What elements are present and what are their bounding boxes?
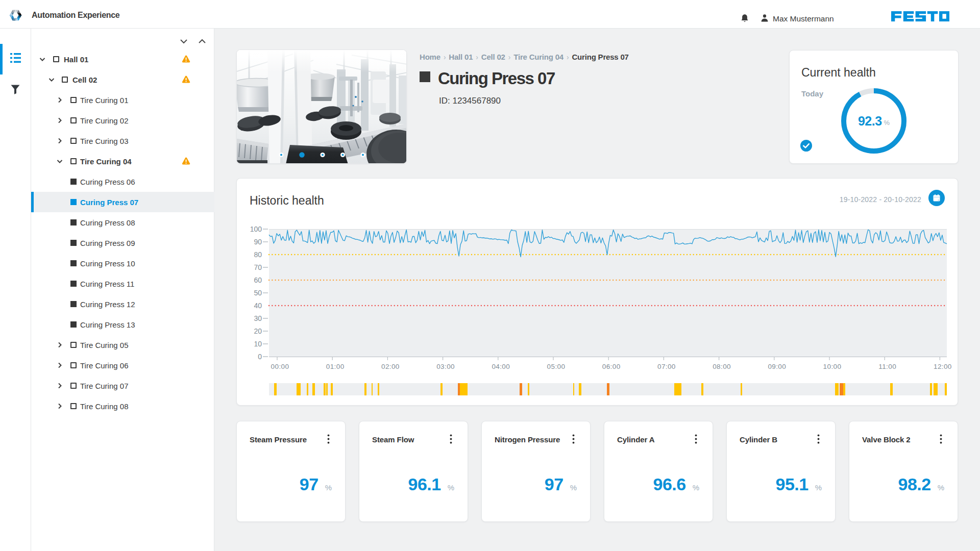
svg-text:00:00: 00:00 (271, 363, 289, 370)
svg-text:10:00: 10:00 (823, 363, 842, 370)
svg-text:09:00: 09:00 (768, 363, 786, 370)
svg-text:08:00: 08:00 (713, 363, 731, 370)
svg-text:06:00: 06:00 (602, 363, 621, 370)
svg-text:11:00: 11:00 (878, 363, 896, 370)
svg-text:0: 0 (258, 353, 262, 361)
svg-text:04:00: 04:00 (492, 363, 510, 370)
svg-text:30: 30 (254, 314, 262, 322)
svg-text:40: 40 (254, 302, 262, 310)
svg-text:20: 20 (254, 327, 262, 335)
svg-text:100: 100 (250, 225, 262, 233)
svg-text:10: 10 (254, 340, 262, 348)
svg-text:12:00: 12:00 (934, 363, 952, 370)
svg-text:03:00: 03:00 (436, 363, 455, 370)
svg-text:07:00: 07:00 (657, 363, 676, 370)
svg-text:70: 70 (254, 263, 262, 271)
svg-text:80: 80 (254, 251, 262, 259)
svg-text:50: 50 (254, 289, 262, 297)
svg-text:60: 60 (254, 276, 262, 284)
svg-text:01:00: 01:00 (326, 363, 345, 370)
svg-text:90: 90 (254, 238, 262, 246)
svg-text:02:00: 02:00 (381, 363, 400, 370)
svg-text:05:00: 05:00 (547, 363, 566, 370)
